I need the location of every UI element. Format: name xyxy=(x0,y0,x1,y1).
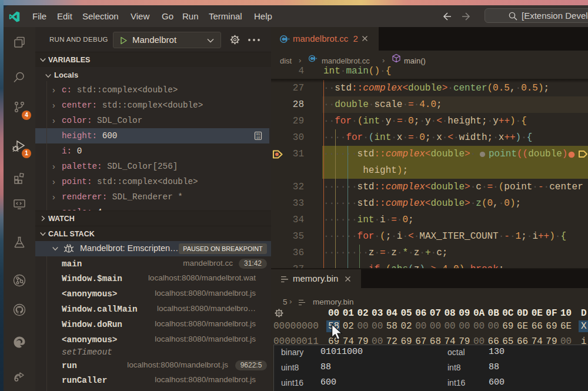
svg-text:10: 10 xyxy=(256,136,260,140)
